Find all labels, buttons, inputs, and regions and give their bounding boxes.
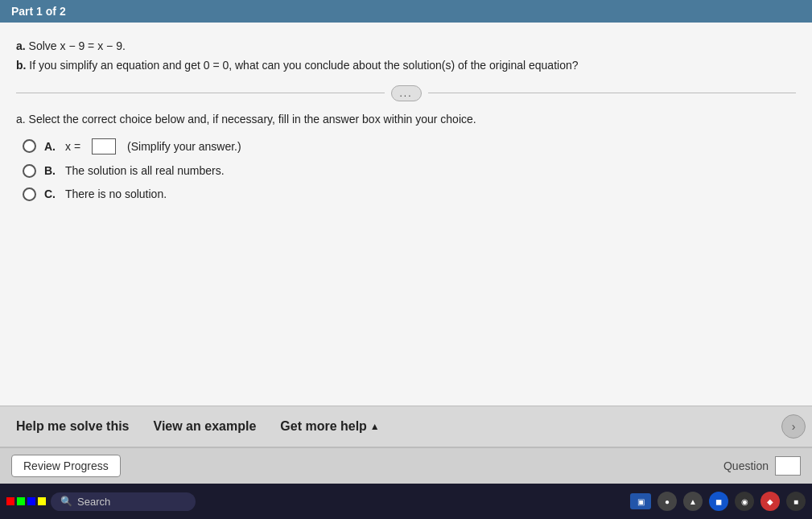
question-label-area: Question	[723, 456, 801, 476]
app5-icon: ◉	[741, 497, 748, 506]
app6-icon: ◆	[767, 497, 773, 506]
bottom-bar-wrapper: Help me solve this View an example Get m…	[0, 406, 812, 447]
get-more-help-button[interactable]: Get more help ▲	[280, 419, 379, 434]
search-icon: 🔍	[60, 496, 72, 507]
choices-list: A. x = (Simplify your answer.) B. The so…	[23, 138, 796, 201]
taskbar-app4[interactable]: ◼	[709, 492, 728, 511]
taskbar: 🔍 Search ▣ ● ▲ ◼ ◉ ◆ ■	[0, 484, 812, 519]
choice-c-radio[interactable]	[23, 187, 36, 201]
part-b-label: b.	[16, 59, 26, 72]
choice-b-text: The solution is all real numbers.	[65, 164, 225, 177]
bottom-bar: Help me solve this View an example Get m…	[0, 406, 812, 447]
search-bar[interactable]: 🔍 Search	[51, 492, 196, 511]
choice-b-label: B.	[44, 164, 56, 177]
arrow-down-icon: ▲	[370, 421, 380, 432]
choice-c-label: C.	[44, 187, 56, 200]
scroll-circle-button[interactable]: ›	[781, 414, 806, 439]
choice-a-label: A.	[44, 140, 56, 153]
choice-c-row[interactable]: C. There is no solution.	[23, 187, 796, 201]
view-example-button[interactable]: View an example	[154, 419, 257, 434]
start-button[interactable]	[6, 497, 46, 505]
app7-icon: ■	[793, 497, 798, 506]
choice-b-radio[interactable]	[23, 164, 36, 178]
taskbar-app1[interactable]: ▣	[630, 493, 651, 509]
taskbar-app5[interactable]: ◉	[735, 492, 754, 511]
question-text: a. Solve x − 9 = x − 9. b. If you simpli…	[16, 37, 796, 76]
question-label-text: Question	[723, 459, 769, 472]
app2-icon: ●	[665, 497, 670, 506]
choice-c-text: There is no solution.	[65, 187, 167, 200]
scroll-icon: ›	[792, 420, 796, 433]
help-me-solve-button[interactable]: Help me solve this	[16, 419, 130, 434]
win-yellow-square	[38, 497, 46, 505]
app1-icon: ▣	[637, 497, 645, 506]
app4-icon: ◼	[715, 497, 722, 506]
part-a-text: Solve x − 9 = x − 9.	[29, 39, 126, 52]
search-text: Search	[77, 496, 110, 508]
choice-b-row[interactable]: B. The solution is all real numbers.	[23, 164, 796, 178]
divider-right	[428, 93, 797, 93]
app3-icon: ▲	[689, 497, 697, 506]
answer-input-box[interactable]	[92, 138, 116, 154]
part-b-text: If you simplify an equation and get 0 = …	[29, 59, 578, 72]
divider-left	[16, 93, 385, 93]
divider-row: ...	[16, 85, 796, 101]
footer-section: Review Progress Question	[0, 447, 812, 484]
win-red-square	[6, 497, 14, 505]
part-header: Part 1 of 2	[0, 0, 812, 23]
choice-a-text-before: x =	[65, 140, 80, 153]
taskbar-icons: ▣ ● ▲ ◼ ◉ ◆ ■	[630, 492, 806, 511]
taskbar-app2[interactable]: ●	[657, 492, 677, 511]
dots-button[interactable]: ...	[391, 85, 422, 101]
part-label: Part 1 of 2	[11, 5, 66, 18]
choice-a-row[interactable]: A. x = (Simplify your answer.)	[23, 138, 796, 154]
win-green-square	[17, 497, 25, 505]
win-blue-square	[27, 497, 35, 505]
main-content: Part 1 of 2 a. Solve x − 9 = x − 9. b. I…	[0, 0, 812, 484]
part-a-label: a.	[16, 39, 26, 52]
select-instruction: a. Select the correct choice below and, …	[16, 113, 796, 126]
taskbar-app7[interactable]: ■	[786, 492, 806, 511]
taskbar-app6[interactable]: ◆	[760, 492, 780, 511]
choice-a-text-after: (Simplify your answer.)	[127, 140, 241, 153]
review-progress-button[interactable]: Review Progress	[11, 455, 121, 477]
taskbar-app3[interactable]: ▲	[683, 492, 703, 511]
question-area: a. Solve x − 9 = x − 9. b. If you simpli…	[0, 23, 812, 406]
choice-a-radio[interactable]	[23, 139, 36, 153]
question-number-box	[775, 456, 801, 476]
